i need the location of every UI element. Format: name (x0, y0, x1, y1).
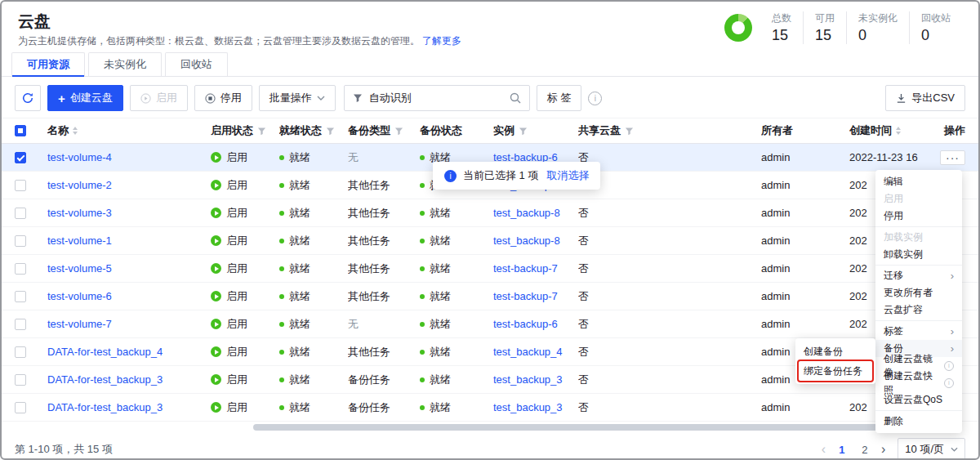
volume-name-link[interactable]: test-volume-1 (47, 234, 112, 247)
instance-link[interactable]: test_backup_3 (493, 401, 563, 413)
row-checkbox[interactable] (15, 152, 26, 163)
row-actions-button[interactable]: ··· (940, 150, 965, 165)
cell-backup-type: 其他任务 (348, 289, 420, 304)
menu-item-create-snapshot[interactable]: 创建云盘快照i (875, 374, 962, 391)
tab-available-resources[interactable]: 可用资源 (11, 52, 85, 76)
enable-button[interactable]: 启用 (130, 85, 188, 111)
table-header-row: 名称启用状态就绪状态备份类型备份状态实例共享云盘所有者创建时间操作 (2, 118, 978, 144)
horizontal-scrollbar-thumb[interactable] (253, 424, 962, 431)
cell-backup-state: 就绪 (420, 289, 493, 304)
volume-name-link[interactable]: test-volume-5 (47, 262, 112, 275)
column-header-ready[interactable]: 就绪状态 (279, 123, 348, 138)
column-header-created[interactable]: 创建时间 (849, 123, 931, 138)
info-icon: i (944, 378, 954, 388)
menu-item-label: 卸载实例 (884, 248, 923, 261)
volume-name-link[interactable]: test-volume-6 (47, 290, 112, 302)
column-header-shared[interactable]: 共享云盘 (578, 123, 761, 138)
page-size-value: 10 项/页 (905, 442, 944, 457)
search-mode-value[interactable]: 自动识别 (369, 91, 503, 105)
menu-item-enable[interactable]: 启用 (875, 190, 962, 208)
instance-link[interactable]: test_backup-8 (493, 234, 560, 247)
page-subtitle-text: 为云主机提供存储，包括两种类型：根云盘、数据云盘；云盘管理主要涉及数据云盘的管理… (18, 35, 420, 47)
menu-item-delete[interactable]: 删除 (875, 413, 962, 430)
menu-item-qos[interactable]: 设置云盘QoS (875, 391, 962, 409)
menu-item-load-instance[interactable]: 加载实例 (875, 229, 962, 246)
menu-item-change-owner[interactable]: 更改所有者 (875, 284, 962, 301)
instance-link[interactable]: test_backup_3 (493, 373, 563, 386)
backup-state-text: 就绪 (430, 261, 451, 276)
table-footer: 第 1-10 项，共 15 项 ‹ 12 › 10 项/页 (2, 431, 978, 460)
row-checkbox[interactable] (15, 319, 26, 330)
instance-link[interactable]: test-backup-6 (493, 318, 558, 330)
column-header-enable[interactable]: 启用状态 (211, 123, 279, 138)
volume-name-link[interactable]: DATA-for-test_backup_4 (47, 346, 163, 358)
menu-item-edit[interactable]: 编辑 (875, 173, 962, 190)
cell-enable-state: 启用 (211, 400, 279, 415)
row-checkbox[interactable] (15, 263, 26, 275)
usage-donut-icon (724, 14, 752, 42)
enabled-state-icon (211, 374, 221, 385)
stat-available: 可用15 (803, 11, 846, 44)
enable-state-text: 启用 (226, 373, 247, 387)
volume-name-link[interactable]: DATA-for-test_backup_3 (47, 373, 163, 386)
column-header-btype[interactable]: 备份类型 (348, 123, 420, 138)
column-header-name[interactable]: 名称 (47, 123, 211, 138)
page-number-2[interactable]: 2 (856, 440, 874, 458)
instance-link[interactable]: test-backup-7 (493, 262, 558, 275)
refresh-button[interactable] (15, 85, 41, 111)
table-row: test-volume-5启用就绪其他任务就绪test-backup-7否adm… (2, 255, 978, 283)
cell-ready-state: 就绪 (279, 234, 348, 248)
create-volume-button[interactable]: + 创建云盘 (47, 85, 123, 111)
prev-page-button[interactable]: ‹ (819, 443, 828, 456)
row-checkbox[interactable] (15, 180, 26, 191)
instance-link[interactable]: test-backup-7 (493, 290, 558, 302)
column-header-instance[interactable]: 实例 (493, 123, 578, 138)
cancel-selection-link[interactable]: 取消选择 (546, 168, 589, 183)
enable-state-text: 启用 (226, 289, 247, 304)
row-checkbox[interactable] (15, 208, 26, 219)
instance-link[interactable]: test_backup_4 (493, 346, 563, 358)
menu-item-migrate[interactable]: 迁移› (875, 267, 962, 284)
page-number-1[interactable]: 1 (833, 440, 851, 458)
menu-item-tag[interactable]: 标签› (875, 323, 962, 340)
submenu-item-create-backup[interactable]: 创建备份 (795, 342, 875, 361)
status-dot-icon (420, 405, 425, 410)
volume-name-link[interactable]: test-volume-4 (47, 151, 112, 163)
volume-name-link[interactable]: DATA-for-test_backup_3 (47, 401, 163, 413)
enabled-state-icon (211, 402, 221, 413)
page-size-select[interactable]: 10 项/页 (898, 438, 965, 460)
export-csv-button[interactable]: 导出CSV (885, 85, 965, 111)
select-all-checkbox[interactable] (15, 125, 26, 136)
volume-name-link[interactable]: test-volume-2 (47, 179, 112, 191)
enable-state-text: 启用 (226, 317, 247, 332)
search-box[interactable]: 自动识别 (344, 85, 530, 111)
info-icon[interactable]: i (588, 92, 602, 105)
cell-ready-state: 就绪 (279, 261, 348, 276)
enable-state-text: 启用 (226, 234, 247, 248)
stat-value: 0 (858, 27, 898, 44)
tab-uninstantiated[interactable]: 未实例化 (88, 52, 162, 76)
disable-button[interactable]: 停用 (194, 85, 252, 111)
batch-actions-button[interactable]: 批量操作 (259, 85, 336, 111)
instance-link[interactable]: test_backup-8 (493, 207, 560, 219)
cell-backup-state: 就绪 (420, 345, 493, 360)
tab-recycle-bin[interactable]: 回收站 (165, 52, 228, 76)
volume-name-link[interactable]: test-volume-7 (47, 318, 112, 330)
volume-name-link[interactable]: test-volume-3 (47, 207, 112, 219)
next-page-button[interactable]: › (879, 443, 888, 456)
chevron-down-icon (317, 96, 325, 100)
tag-button[interactable]: 标 签 (537, 85, 582, 111)
row-checkbox[interactable] (15, 374, 26, 386)
row-checkbox[interactable] (15, 291, 26, 302)
row-checkbox[interactable] (15, 346, 26, 358)
row-checkbox[interactable] (15, 402, 26, 413)
tag-label: 标 签 (547, 91, 572, 105)
search-icon[interactable] (510, 92, 521, 104)
cell-enable-state: 启用 (211, 150, 279, 165)
menu-item-expand[interactable]: 云盘扩容 (875, 301, 962, 319)
learn-more-link[interactable]: 了解更多 (422, 35, 461, 47)
menu-item-disable[interactable]: 停用 (875, 208, 962, 225)
submenu-item-bind-backup-task[interactable]: 绑定备份任务 (795, 361, 875, 381)
menu-item-unload-instance[interactable]: 卸载实例 (875, 246, 962, 263)
row-checkbox[interactable] (15, 235, 26, 247)
